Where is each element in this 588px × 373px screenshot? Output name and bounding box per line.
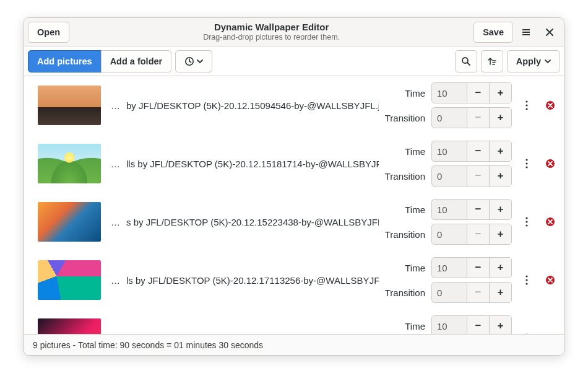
time-label: Time	[385, 88, 425, 99]
delete-button[interactable]	[542, 213, 559, 230]
apply-button[interactable]: Apply	[507, 50, 560, 72]
delete-icon	[545, 275, 555, 285]
status-bar: 9 pictures - Total time: 90 seconds = 01…	[24, 334, 564, 355]
filename: lls by JFL/DESKTOP (5K)-20.12.15181714-b…	[126, 159, 379, 169]
header-bar: Open Dynamic Wallpaper Editor Drag-and-d…	[24, 18, 564, 46]
transition-minus-button[interactable]: −	[467, 108, 489, 128]
row-menu-button[interactable]	[518, 271, 535, 289]
save-button[interactable]: Save	[473, 22, 513, 43]
ellipsis: …	[107, 217, 120, 227]
svg-point-8	[525, 166, 527, 168]
transition-minus-button[interactable]: −	[467, 166, 489, 186]
chevron-down-icon	[197, 58, 203, 64]
transition-minus-button[interactable]: −	[467, 283, 489, 302]
svg-point-2	[525, 100, 527, 102]
plus-icon: +	[498, 112, 504, 124]
transition-plus-button[interactable]: +	[489, 166, 511, 186]
sort-button[interactable]	[481, 50, 503, 72]
window-subtitle: Drag-and-drop pictures to reorder them.	[69, 33, 473, 42]
plus-icon: +	[498, 320, 504, 332]
search-icon	[461, 56, 471, 66]
transition-input[interactable]	[432, 166, 467, 186]
add-folder-button[interactable]: Add a folder	[101, 50, 172, 72]
time-label: Time	[385, 146, 425, 157]
svg-point-11	[525, 221, 527, 222]
list-item[interactable]: … ls by JFL/DESKTOP (5K)-20.12.17113256-…	[24, 251, 564, 309]
minus-icon: −	[475, 87, 482, 99]
list-item[interactable]: … lls by JFL/DESKTOP-5K-21.01.31154227-b…	[24, 309, 564, 334]
close-button[interactable]	[539, 22, 560, 43]
time-plus-button[interactable]: +	[489, 83, 511, 103]
thumbnail	[38, 202, 101, 242]
minus-icon: −	[475, 145, 482, 157]
row-menu-button[interactable]	[518, 155, 535, 172]
minus-icon: −	[475, 320, 482, 332]
filename: ls by JFL/DESKTOP (5K)-20.12.17113256-by…	[126, 275, 379, 286]
chevron-down-icon	[545, 58, 551, 64]
row-menu-button[interactable]	[518, 330, 535, 334]
transition-plus-button[interactable]: +	[489, 224, 511, 244]
list-item[interactable]: … s by JFL/DESKTOP (5K)-20.12.15223438-b…	[24, 193, 564, 251]
delete-button[interactable]	[542, 271, 559, 289]
plus-icon: +	[498, 170, 504, 182]
kebab-icon	[525, 275, 528, 285]
svg-point-3	[525, 104, 527, 106]
time-input[interactable]	[432, 200, 467, 219]
open-button[interactable]: Open	[28, 22, 69, 43]
time-spin: − +	[431, 82, 512, 103]
apply-label: Apply	[516, 56, 541, 66]
time-minus-button[interactable]: −	[467, 200, 489, 219]
list-item[interactable]: … lls by JFL/DESKTOP (5K)-20.12.15181714…	[24, 134, 564, 193]
time-spin: − +	[431, 199, 512, 220]
plus-icon: +	[498, 203, 504, 216]
svg-point-14	[525, 275, 527, 277]
time-input[interactable]	[432, 258, 467, 278]
kebab-icon	[525, 100, 528, 110]
time-plus-button[interactable]: +	[489, 141, 511, 161]
row-menu-button[interactable]	[518, 213, 535, 230]
transition-label: Transition	[385, 171, 425, 182]
time-plus-button[interactable]: +	[489, 316, 511, 334]
picture-list[interactable]: … by JFL/DESKTOP (5K)-20.12.15094546-by-…	[24, 76, 564, 334]
time-input[interactable]	[432, 316, 467, 334]
row-menu-button[interactable]	[518, 97, 535, 114]
transition-plus-button[interactable]: +	[489, 108, 511, 128]
delete-icon	[545, 100, 555, 110]
time-minus-button[interactable]: −	[467, 83, 489, 103]
plus-icon: +	[498, 87, 504, 99]
time-input[interactable]	[432, 83, 467, 103]
thumbnail	[38, 144, 101, 183]
list-item[interactable]: … by JFL/DESKTOP (5K)-20.12.15094546-by-…	[24, 76, 564, 134]
delete-button[interactable]	[542, 330, 559, 334]
time-plus-button[interactable]: +	[489, 258, 511, 278]
transition-label: Transition	[385, 113, 425, 123]
close-icon	[545, 28, 554, 37]
minus-icon: −	[475, 261, 482, 274]
transition-spin: − +	[431, 107, 512, 128]
row-controls: Time − + Transition − +	[385, 257, 512, 303]
transition-spin: − +	[431, 282, 512, 303]
time-input[interactable]	[432, 141, 467, 161]
transition-input[interactable]	[432, 108, 467, 128]
delete-button[interactable]	[542, 97, 559, 114]
time-label: Time	[385, 321, 425, 331]
time-mode-button[interactable]	[175, 50, 212, 72]
time-minus-button[interactable]: −	[467, 316, 489, 334]
transition-input[interactable]	[432, 224, 467, 244]
delete-icon	[545, 159, 555, 169]
transition-plus-button[interactable]: +	[489, 283, 511, 302]
svg-point-10	[525, 217, 527, 219]
add-pictures-button[interactable]: Add pictures	[28, 50, 102, 72]
plus-icon: +	[498, 228, 504, 240]
window-title: Dynamic Wallpaper Editor	[69, 22, 473, 33]
delete-button[interactable]	[542, 155, 559, 172]
time-minus-button[interactable]: −	[467, 141, 489, 161]
transition-minus-button[interactable]: −	[467, 224, 489, 244]
time-plus-button[interactable]: +	[489, 200, 511, 219]
time-label: Time	[385, 263, 425, 273]
transition-input[interactable]	[432, 283, 467, 302]
hamburger-menu-button[interactable]	[516, 22, 537, 43]
ellipsis: …	[107, 100, 120, 111]
search-button[interactable]	[455, 50, 477, 72]
time-minus-button[interactable]: −	[467, 258, 489, 278]
